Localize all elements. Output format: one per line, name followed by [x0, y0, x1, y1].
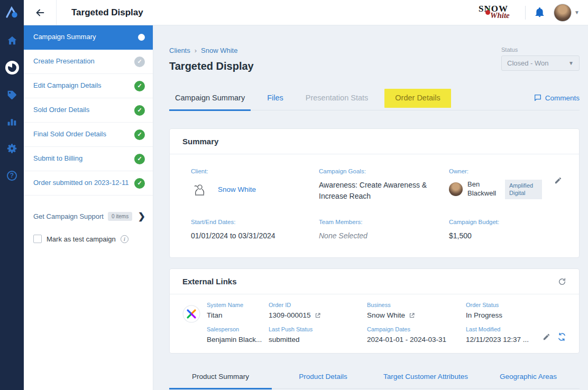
- titan-system-logo: [182, 305, 200, 323]
- external-links-header: External Links: [170, 269, 579, 294]
- sidebar-item-edit-campaign-details[interactable]: Edit Campaign Details ✓: [24, 74, 153, 98]
- business-field: Business Snow White: [367, 302, 466, 319]
- check-icon-pending: ✓: [134, 57, 145, 67]
- sidebar-item-campaign-summary[interactable]: Campaign Summary: [24, 25, 153, 50]
- check-icon-done: ✓: [134, 178, 145, 189]
- user-avatar[interactable]: [554, 4, 572, 22]
- tab-files[interactable]: Files: [261, 88, 289, 110]
- check-icon-done: ✓: [134, 81, 145, 91]
- chevron-right-icon: ❯: [138, 211, 145, 222]
- edit-owner-button[interactable]: [554, 177, 562, 184]
- user-menu[interactable]: ▼: [554, 4, 580, 22]
- tab-order-details[interactable]: Order Details: [384, 89, 451, 108]
- get-campaign-support[interactable]: Get Campaign Support 0 items ❯: [24, 207, 153, 225]
- system-name-field: System Name Titan: [207, 302, 269, 319]
- divider: [525, 6, 526, 20]
- tab-geographic-areas[interactable]: Geographic Areas: [477, 367, 580, 388]
- campaign-tabs: Campaign Summary Files Presentation Stat…: [169, 88, 580, 110]
- status-dropdown-group: Status Closed - Won ▼: [501, 47, 580, 71]
- refresh-button[interactable]: [558, 277, 566, 286]
- apple-icon: [485, 10, 490, 15]
- chevron-down-icon: ▼: [568, 60, 574, 66]
- check-icon-done: ✓: [134, 129, 145, 140]
- tab-presentation-stats: Presentation Stats: [300, 88, 374, 110]
- reports-icon[interactable]: [5, 114, 20, 129]
- window-title: Targeted Display: [71, 7, 143, 18]
- owner-name: Ben Blackwell: [467, 180, 500, 198]
- app-logo[interactable]: [0, 0, 24, 25]
- sidebar-item-submit-to-billing[interactable]: Submit to Billing ✓: [24, 147, 153, 171]
- topbar: Targeted Display SNOW White ▼: [0, 0, 588, 25]
- icon-rail: ?: [0, 25, 24, 390]
- client-field: Client: Snow White: [191, 168, 319, 202]
- tab-product-details[interactable]: Product Details: [272, 367, 374, 388]
- notifications-button[interactable]: [534, 6, 545, 18]
- app-logo-icon: [5, 6, 19, 20]
- check-icon-done: ✓: [134, 105, 145, 116]
- order-status-field: Order Status In Progress: [466, 302, 539, 319]
- chevron-down-icon: ▼: [574, 10, 580, 15]
- team-members-field: Team Members: None Selected: [319, 219, 449, 242]
- back-arrow-icon: [34, 7, 46, 18]
- summary-grid: Client: Snow White Campaign Goals: Aware…: [170, 154, 579, 257]
- support-items-badge: 0 items: [108, 212, 132, 221]
- order-id-field: Order ID 1309-000015: [269, 302, 367, 319]
- pencil-icon: [554, 177, 562, 184]
- owner-field: Owner: Ben Blackwell Amplified Digital: [449, 168, 558, 202]
- dates-field: Start/End Dates: 01/01/2024 to 03/31/202…: [191, 219, 319, 242]
- summary-card: Summary Client: Snow White Campaign Go: [169, 128, 580, 258]
- test-campaign-checkbox[interactable]: [33, 235, 42, 243]
- sync-icon: [557, 332, 566, 341]
- comments-button[interactable]: Comments: [534, 94, 580, 110]
- status-select[interactable]: Closed - Won ▼: [501, 55, 580, 71]
- breadcrumb-separator-icon: ›: [195, 47, 197, 54]
- client-link[interactable]: Snow White: [218, 185, 256, 193]
- salesperson-field: Salesperson Benjamin Black...: [207, 326, 269, 343]
- sidebar-item-create-presentation[interactable]: Create Presentation ✓: [24, 50, 153, 74]
- main-content: Status Closed - Won ▼ Clients › Snow Whi…: [153, 25, 588, 390]
- owner-avatar: [449, 182, 463, 196]
- test-campaign-row: Mark as test campaign i: [24, 235, 153, 243]
- status-label: Status: [501, 47, 580, 53]
- last-push-status-field: Last Push Status submitted: [269, 326, 367, 343]
- edit-external-link-button[interactable]: [543, 333, 550, 341]
- info-icon[interactable]: i: [121, 235, 128, 243]
- help-icon[interactable]: ?: [5, 168, 20, 183]
- tags-icon[interactable]: [5, 87, 20, 102]
- breadcrumb-client-name[interactable]: Snow White: [201, 47, 237, 54]
- back-button[interactable]: [24, 0, 57, 25]
- client-logo: [191, 183, 207, 199]
- external-link-icon[interactable]: [315, 312, 321, 319]
- owner-org-badge: Amplified Digital: [505, 180, 542, 199]
- summary-card-header: Summary: [170, 129, 579, 154]
- external-links-body: System Name Titan Order ID 1309-000015 B…: [170, 294, 579, 353]
- budget-field: Campaign Budget: $1,500: [449, 219, 558, 242]
- brand-text-bottom: White: [490, 11, 510, 20]
- check-icon-done: ✓: [134, 154, 145, 164]
- refresh-icon: [558, 277, 566, 286]
- settings-gear-icon[interactable]: [5, 141, 20, 156]
- pencil-icon: [543, 333, 550, 341]
- product-tabs: Product Summary Product Details Target C…: [169, 367, 580, 389]
- campaign-goals-field: Campaign Goals: Awareness: Create Awaren…: [319, 168, 449, 202]
- sync-button[interactable]: [557, 332, 566, 341]
- tab-target-customer-attributes[interactable]: Target Customer Attributes: [374, 367, 477, 388]
- last-modified-field: Last Modified 12/11/2023 12:37 ...: [466, 326, 539, 343]
- breadcrumb-clients[interactable]: Clients: [169, 47, 190, 54]
- campaign-dates-field: Campaign Dates 2024-01-01 - 2024-03-31: [367, 326, 466, 343]
- workflow-sidebar: Campaign Summary Create Presentation ✓ E…: [24, 25, 153, 390]
- campaigns-icon-active[interactable]: [5, 60, 20, 75]
- sidebar-item-final-sold-order-details[interactable]: Final Sold Order Details ✓: [24, 123, 153, 147]
- tab-campaign-summary[interactable]: Campaign Summary: [169, 88, 251, 110]
- active-dot-icon: [138, 34, 145, 41]
- brand-logo: SNOW White: [477, 2, 517, 23]
- sidebar-item-order-submitted[interactable]: Order submitted on 2023-12-11 ✓: [24, 171, 153, 196]
- home-icon[interactable]: [5, 33, 20, 48]
- tab-product-summary[interactable]: Product Summary: [169, 367, 272, 388]
- sidebar-item-sold-order-details[interactable]: Sold Order Details ✓: [24, 98, 153, 123]
- external-links-card: External Links System Name Titan Order I…: [169, 268, 580, 354]
- comment-bubble-icon: [534, 94, 542, 102]
- bell-icon: [534, 6, 545, 18]
- external-link-icon[interactable]: [409, 312, 415, 319]
